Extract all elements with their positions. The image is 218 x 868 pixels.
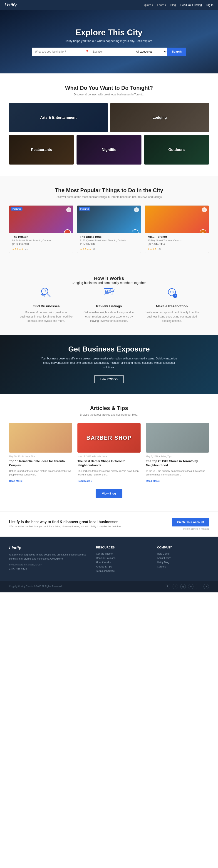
nav-login[interactable]: Log In [206,3,214,7]
footer-link[interactable]: Help Center [157,552,209,555]
footer-link[interactable]: Deals & Coupons [96,557,148,559]
hiw-review: Review Listings Get valuable insights ab… [81,285,137,323]
hiw-find: Find Businesses Discover & connect with … [18,285,74,323]
search-what-input[interactable] [32,48,83,56]
read-more-link[interactable]: Read More › [77,479,92,482]
hiw-grid: Find Businesses Discover & connect with … [18,285,200,323]
read-more-link[interactable]: Read More › [9,479,23,482]
nav-explore[interactable]: Explore ▾ [142,3,153,7]
listing-stars: ★★★★★ [12,247,23,250]
hiw-reservation-title: Make a Reservation [144,304,200,308]
listing-image-drake: Featured ♡ [77,206,141,233]
exposure-how-it-works-button[interactable]: How it Works [94,375,124,383]
site-logo[interactable]: Listify [4,3,17,7]
what-tonight-section: What Do You Want to Do Tonight? Discover… [0,73,218,176]
listing-badge: Featured [79,207,90,211]
cta-subtitle: *You won't be the first time you look fo… [9,525,122,528]
cta-title: Listify is the best way to find & discov… [9,520,122,524]
footer-link[interactable]: Terms of Service [96,569,148,572]
listing-stars: ★★★★ [147,247,157,250]
categories-bottom-row: Restaurants Nightlife Outdoors [9,135,209,164]
article-meta: May 13, 2018 • Growth, Local [77,455,140,458]
footer-link[interactable]: How it Works [96,561,148,564]
header: Listify Explore ▾ Learn ▾ Blog + Add You… [0,0,218,10]
article-title: The Best Barber Shops In Toronto Neighbo… [77,459,140,467]
create-account-button[interactable]: Create Your Account [172,518,209,526]
vimeo-icon[interactable]: v [203,584,209,589]
footer-logo[interactable]: Listify [9,546,87,551]
arrow-icon: › [23,479,23,482]
exposure-title: Get Business Exposure [68,345,149,353]
hiw-review-title: Review Listings [81,304,137,308]
category-select[interactable]: All categories Restaurants Lodging Arts … [133,48,167,56]
nav-add-listing[interactable]: + Add Your Listing [180,3,202,7]
category-outdoors[interactable]: Outdoors [144,135,209,164]
arrow-icon: › [159,479,160,482]
footer-link[interactable]: Get the Theme [96,552,148,555]
what-tonight-title: What Do You Want to Do Tonight? [9,85,209,91]
how-it-works-section: How it Works Bringing business and commu… [0,264,218,335]
nav-learn[interactable]: Learn ▾ [157,3,166,7]
googleplus-icon[interactable]: g [180,584,186,589]
hiw-find-title: Find Businesses [18,304,74,308]
facebook-icon[interactable]: f [165,584,170,589]
heart-icon[interactable]: ♡ [202,207,207,212]
svg-rect-7 [105,290,108,292]
footer-link[interactable]: Careers [157,565,209,568]
article-card-bikes[interactable]: May 3, 2018 • Sales, Tips The Top 25 Bik… [146,423,209,483]
articles-grid: May 20, 2018 • Local Tips Top 15 Romanti… [9,423,209,483]
cta-subtext: and get started in minutes [172,528,209,530]
article-card-barber[interactable]: BARBER SHOP May 13, 2018 • Growth, Local… [77,423,140,483]
article-card-couples[interactable]: May 20, 2018 • Local Tips Top 15 Romanti… [9,423,72,483]
read-more-link[interactable]: Read More › [146,479,160,482]
categories-top-row: Arts & Entertainment Lodging [9,103,209,132]
category-lodging[interactable]: Lodging [110,103,209,132]
articles-section: Articles & Tips Browse the latest articl… [0,394,218,511]
search-button[interactable]: Search [167,48,186,56]
footer-description: At Listify our purpose is to help people… [9,553,87,561]
footer-link[interactable]: About Listify [157,557,209,559]
article-excerpt: In the US, the primary competitors to lo… [146,469,209,476]
hiw-review-desc: Get valuable insights about listings and… [81,310,137,323]
heart-icon[interactable]: ♡ [66,207,71,212]
listing-address: 1150 Queen Street West Toronto, Ontario [80,239,138,242]
nav-blog[interactable]: Blog [170,3,176,7]
popular-subtitle: Discover some of the most popular listin… [9,195,209,198]
listing-card-miku[interactable]: ♡ R Miku, Toronto 10 Bay Street Toronto,… [145,205,209,253]
listing-phone: (647) 347-7434 [147,243,206,245]
article-image-couples [9,423,72,453]
listing-card-hoxton[interactable]: Featured ♡ The Hoxton 69 Bathurst Street… [9,205,73,253]
heart-icon[interactable]: ♡ [134,207,139,212]
search-location-input[interactable] [90,48,130,56]
find-businesses-icon [38,285,54,301]
pinterest-icon[interactable]: p [196,584,201,589]
linkedin-icon[interactable]: in [188,584,193,589]
listing-image-miku: ♡ R [145,206,209,233]
view-blog-button[interactable]: View Blog [96,489,122,498]
article-image-barber: BARBER SHOP [77,423,140,453]
hero-subtitle: Listify helps you find out whats happeni… [9,39,209,42]
listing-title: Miku, Toronto [147,235,206,239]
footer-link[interactable]: Listify Blog [157,561,209,564]
footer-resources-title: RESOURCES [96,546,148,549]
location-icon: 📍 [85,50,89,54]
category-nightlife[interactable]: Nightlife [77,135,141,164]
article-excerpt: The barber's trade has a long history, r… [77,469,140,476]
svg-rect-3 [41,294,45,297]
hero-content: Explore This City Listify helps you find… [0,28,218,56]
footer-link[interactable]: Articles & Tips [96,565,148,568]
hiw-title: How it Works [9,276,209,281]
category-restaurants[interactable]: Restaurants [9,135,74,164]
article-excerpt: Dating is part of the human mating proce… [9,469,72,476]
arrow-icon: › [91,479,92,482]
svg-line-1 [47,293,50,297]
footer-top: Listify At Listify our purpose is to hel… [0,537,218,581]
category-arts[interactable]: Arts & Entertainment [9,103,108,132]
listing-count: 27 [159,248,161,250]
chevron-down-icon: ▾ [165,3,166,7]
listing-address: 69 Bathurst Street Toronto, Ontario [12,239,71,242]
listing-card-drake[interactable]: Featured ♡ The Drake Hotel 1150 Queen St… [77,205,141,253]
twitter-icon[interactable]: t [172,584,178,589]
footer-copyright: Copyright Listify Classic © 2018 All Rig… [9,585,61,588]
article-title: The Top 25 Bike Stores in Toronto by Nei… [146,459,209,467]
